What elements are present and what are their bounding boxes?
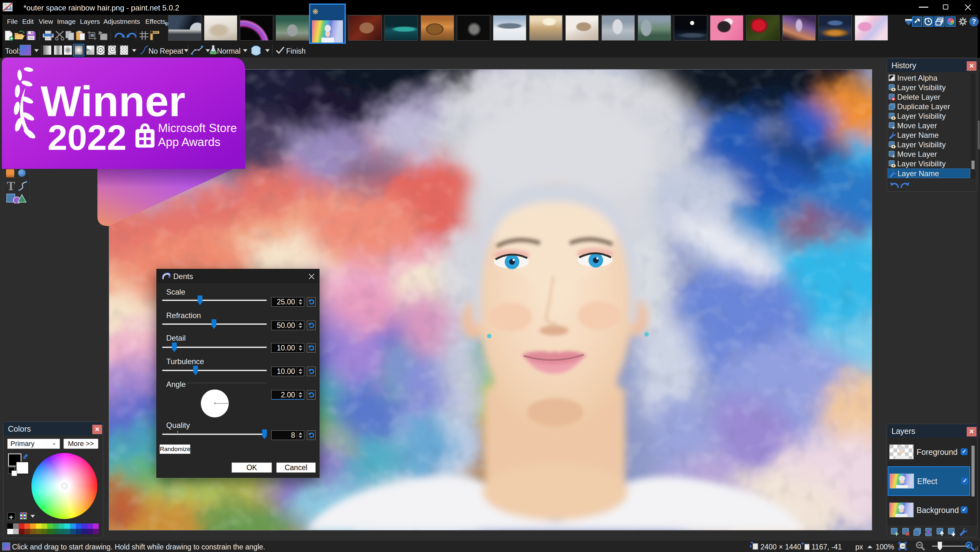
svg-text:Microsoft Store: Microsoft Store: [158, 121, 237, 135]
svg-text:2022: 2022: [48, 118, 127, 158]
svg-text:App Awards: App Awards: [158, 136, 221, 148]
